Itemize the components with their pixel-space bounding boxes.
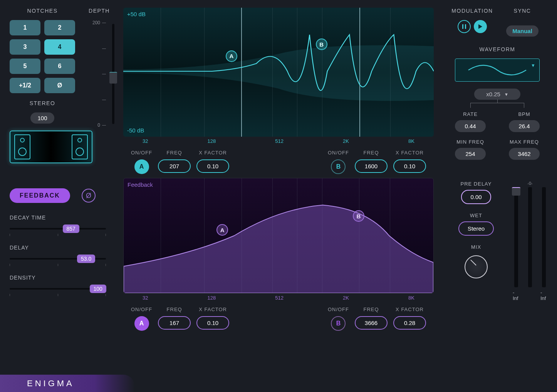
- left-panel: NOTCHES 1 2 3 4 5 6 +1/2 Ø STEREO 100: [0, 0, 119, 392]
- max-freq-value[interactable]: 3462: [509, 148, 540, 160]
- max-freq-label: MAX FREQ: [501, 139, 547, 145]
- filter-curve: [123, 8, 434, 137]
- waveform-label: WAVEFORM: [447, 46, 547, 52]
- feedback-a-toggle[interactable]: A: [134, 316, 149, 331]
- sync-mode-button[interactable]: Manual: [506, 25, 539, 37]
- depth-label: DEPTH: [89, 8, 110, 14]
- multiplier-selector[interactable]: x0.25 ▼: [474, 89, 520, 100]
- stereo-speaker-display[interactable]: [10, 131, 92, 163]
- filter-a-freq[interactable]: 207: [158, 159, 191, 173]
- play-button[interactable]: [474, 20, 487, 33]
- delay-label: DELAY: [10, 245, 110, 251]
- filter-graph[interactable]: +50 dB -50 dB A B: [123, 8, 434, 137]
- delay-slider[interactable]: 53.0: [10, 255, 106, 263]
- delay-thumb[interactable]: 53.0: [77, 255, 95, 263]
- filter-b-toggle[interactable]: B: [331, 159, 346, 174]
- waveform-selector[interactable]: ▼: [455, 59, 540, 82]
- pause-icon: [462, 24, 466, 29]
- feedback-freq-axis: 32 128 512 2K 8K: [123, 295, 434, 303]
- output-meter-1: [528, 187, 532, 287]
- density-slider[interactable]: 100: [10, 285, 106, 293]
- feedback-b-xfactor[interactable]: 0.28: [393, 316, 426, 330]
- filter-b-freq[interactable]: 1600: [355, 159, 388, 173]
- output-fader-1-thumb[interactable]: [512, 187, 520, 196]
- depth-slider[interactable]: [112, 24, 114, 124]
- notch-1-button[interactable]: 1: [10, 20, 40, 35]
- feedback-a-freq[interactable]: 167: [158, 316, 191, 330]
- decay-time-label: DECAY TIME: [10, 214, 110, 221]
- density-thumb[interactable]: 100: [90, 285, 106, 293]
- output-meter-2: [542, 187, 546, 287]
- right-panel: MODULATION SYNC Manual WAVEFORM: [438, 0, 557, 392]
- notch-6-button[interactable]: 6: [44, 59, 75, 74]
- feedback-graph[interactable]: Feedback A B: [123, 178, 434, 293]
- depth-scale: 200 0: [92, 20, 106, 128]
- notch-3-button[interactable]: 3: [10, 39, 40, 55]
- notch-2-button[interactable]: 2: [44, 20, 75, 35]
- pause-button[interactable]: [458, 20, 471, 33]
- meter-zero-label: -0-: [527, 181, 532, 186]
- decay-time-slider[interactable]: 857: [10, 224, 106, 233]
- filter-freq-axis: 32 128 512 2K 8K: [123, 138, 434, 147]
- feedback-curve: [124, 178, 433, 293]
- svg-rect-0: [462, 24, 463, 29]
- sync-label: SYNC: [497, 8, 547, 14]
- wet-label: WET: [470, 213, 482, 218]
- modulation-label: MODULATION: [447, 8, 497, 14]
- rate-value[interactable]: 0.44: [455, 120, 486, 132]
- filter-node-a[interactable]: A: [226, 50, 237, 62]
- min-freq-value[interactable]: 254: [455, 148, 486, 160]
- feedback-bands-row: ON/OFF A FREQ 167 X FACTOR 0.10 ON/OFF B…: [123, 307, 434, 331]
- filter-b-xfactor[interactable]: 0.10: [393, 159, 426, 173]
- plugin-title: ENIGMA: [27, 379, 74, 389]
- footer-bar: ENIGMA: [0, 375, 135, 392]
- play-icon: [478, 24, 482, 29]
- stereo-value[interactable]: 100: [30, 112, 54, 124]
- feedback-toggle-button[interactable]: FEEDBACK: [10, 188, 70, 203]
- decay-time-thumb[interactable]: 857: [63, 224, 79, 233]
- svg-rect-1: [465, 24, 466, 29]
- dropdown-arrow-icon: ▼: [531, 63, 535, 68]
- notch-half-button[interactable]: +1/2: [10, 78, 40, 93]
- filter-node-b[interactable]: B: [316, 39, 327, 50]
- feedback-phase-button[interactable]: Ø: [82, 189, 96, 203]
- predelay-label: PRE DELAY: [460, 181, 492, 187]
- notches-label: NOTCHES: [10, 8, 75, 14]
- min-freq-label: MIN FREQ: [447, 139, 493, 145]
- rate-label: RATE: [447, 111, 493, 117]
- dropdown-arrow-icon: ▼: [504, 92, 508, 97]
- mix-knob[interactable]: [465, 255, 488, 278]
- feedback-b-toggle[interactable]: B: [331, 316, 346, 331]
- filter-bands-row: ON/OFF A FREQ 207 X FACTOR 0.10 ON/OFF B…: [123, 150, 434, 174]
- density-label: DENSITY: [10, 275, 110, 281]
- notch-grid: 1 2 3 4 5 6 +1/2 Ø: [10, 20, 75, 93]
- stereo-label: STEREO: [10, 100, 75, 106]
- meter-1-value: -Inf: [513, 290, 520, 301]
- depth-slider-thumb[interactable]: [109, 72, 117, 84]
- notch-phase-button[interactable]: Ø: [44, 78, 75, 93]
- bpm-label: BPM: [501, 111, 547, 117]
- center-panel: +50 dB -50 dB A B 32 128 512 2K 8K ON/OF…: [119, 0, 438, 392]
- output-fader-1[interactable]: [514, 187, 518, 287]
- notch-4-button[interactable]: 4: [44, 39, 75, 55]
- predelay-value[interactable]: 0.00: [461, 190, 491, 204]
- sine-wave-icon: [466, 62, 528, 78]
- notch-5-button[interactable]: 5: [10, 59, 40, 74]
- meter-2-value: -Inf: [540, 290, 547, 301]
- feedback-a-xfactor[interactable]: 0.10: [196, 316, 229, 330]
- bpm-value[interactable]: 26.4: [509, 120, 540, 132]
- filter-a-toggle[interactable]: A: [134, 159, 149, 174]
- mix-label: MIX: [471, 244, 481, 250]
- wet-mode-button[interactable]: Stereo: [458, 221, 494, 236]
- feedback-b-freq[interactable]: 3666: [355, 316, 388, 330]
- filter-a-xfactor[interactable]: 0.10: [196, 159, 229, 173]
